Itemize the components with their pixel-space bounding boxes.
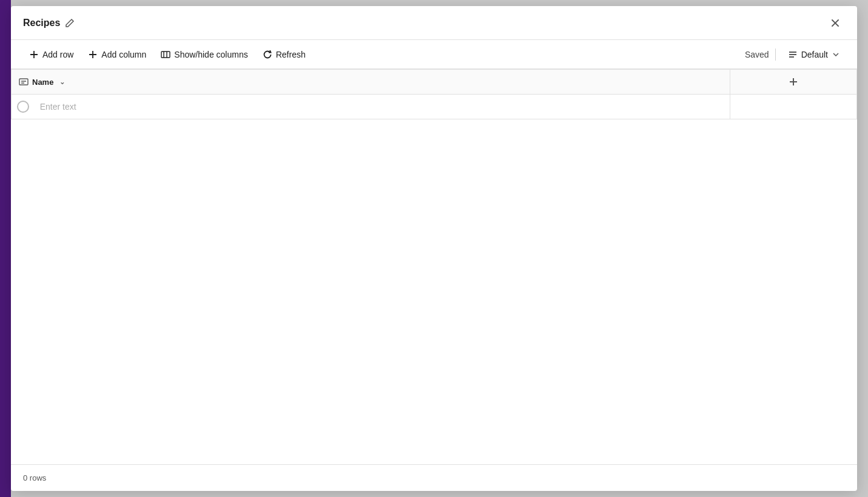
modal-header: Recipes bbox=[11, 6, 857, 40]
add-row-button[interactable]: Add row bbox=[23, 46, 79, 63]
modal-title: Recipes bbox=[23, 18, 60, 28]
add-row-label: Add row bbox=[42, 50, 73, 59]
add-column-header[interactable] bbox=[730, 70, 856, 95]
close-button[interactable] bbox=[826, 13, 845, 33]
modal-dialog: Recipes Add row Add col bbox=[11, 6, 857, 491]
toolbar-divider bbox=[775, 48, 776, 61]
edit-icon[interactable] bbox=[65, 18, 75, 28]
name-column-sort-icon: ⌄ bbox=[59, 78, 65, 86]
toolbar-right: Saved Default bbox=[745, 46, 845, 63]
add-column-button[interactable]: Add column bbox=[82, 46, 152, 63]
table-area: Name ⌄ bbox=[11, 69, 857, 464]
row-indicator bbox=[12, 95, 35, 119]
show-hide-columns-button[interactable]: Show/hide columns bbox=[155, 46, 254, 63]
refresh-button[interactable]: Refresh bbox=[257, 46, 312, 63]
default-view-label: Default bbox=[801, 50, 828, 59]
name-column-label: Name bbox=[32, 78, 53, 87]
background-sidebar bbox=[0, 0, 11, 497]
rows-count: 0 rows bbox=[23, 473, 46, 482]
empty-add-cell bbox=[730, 95, 856, 119]
add-column-button-icon[interactable] bbox=[730, 70, 856, 94]
svg-rect-6 bbox=[161, 52, 170, 58]
data-table: Name ⌄ bbox=[11, 69, 857, 119]
show-hide-columns-label: Show/hide columns bbox=[174, 50, 247, 59]
toolbar: Add row Add column Show/hide columns Ref… bbox=[11, 40, 857, 69]
svg-rect-12 bbox=[19, 79, 28, 85]
table-row bbox=[12, 95, 857, 119]
name-cell bbox=[12, 95, 730, 119]
modal-footer: 0 rows bbox=[11, 464, 857, 491]
default-view-button[interactable]: Default bbox=[782, 46, 845, 63]
column-header-name[interactable]: Name ⌄ bbox=[12, 70, 730, 95]
saved-label: Saved bbox=[745, 50, 769, 59]
add-column-label: Add column bbox=[101, 50, 146, 59]
row-circle bbox=[17, 101, 29, 113]
name-input[interactable] bbox=[35, 102, 730, 112]
refresh-label: Refresh bbox=[276, 50, 306, 59]
